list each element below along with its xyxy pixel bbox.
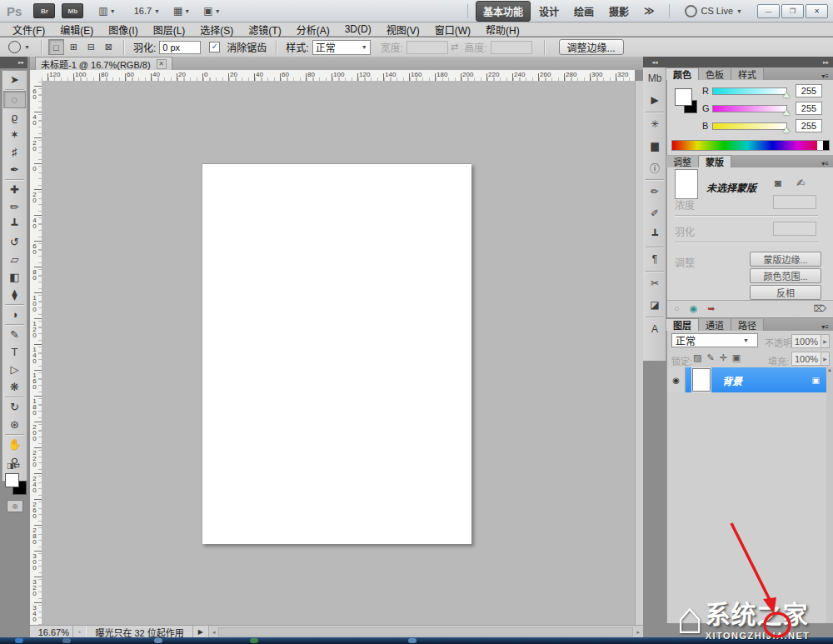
trash-icon[interactable]: ⌦: [813, 303, 826, 314]
pasteboard[interactable]: [42, 81, 635, 625]
brush-presets-panel-icon[interactable]: ✐: [643, 202, 666, 224]
channel-slider[interactable]: [712, 105, 787, 112]
3d-object-rotate-tool[interactable]: ↻: [3, 398, 26, 416]
screen-mode-dropdown-arrow[interactable]: ▼: [215, 8, 221, 14]
channel-slider-thumb[interactable]: [783, 110, 790, 115]
color-tab-样式[interactable]: 样式: [731, 68, 764, 80]
fill-value[interactable]: 100%: [791, 352, 821, 366]
character-panel-icon[interactable]: A: [643, 318, 666, 340]
intersect-selection-button[interactable]: ⊠: [101, 39, 117, 55]
channel-slider[interactable]: [712, 87, 787, 95]
masks-panel-icon[interactable]: ◪: [643, 294, 666, 316]
add-vector-mask-icon[interactable]: ✍: [796, 177, 806, 189]
canvas-document[interactable]: [202, 163, 471, 544]
cs-live-button[interactable]: CS Live ▼: [685, 5, 747, 17]
gradient-tool[interactable]: ◧: [3, 268, 26, 286]
scroll-left-icon[interactable]: ◂: [209, 629, 219, 636]
menu-item-9[interactable]: 视图(V): [379, 22, 427, 37]
layers-tab-通道[interactable]: 通道: [699, 319, 731, 331]
workspace-button[interactable]: 设计: [532, 2, 566, 21]
pen-tool[interactable]: ✎: [3, 326, 26, 343]
paragraph-panel-icon[interactable]: ¶: [643, 248, 666, 270]
disable-mask-icon[interactable]: ➥: [707, 303, 715, 314]
tool-preset-picker[interactable]: ▼: [8, 41, 35, 53]
apply-mask-icon[interactable]: ◉: [690, 303, 698, 314]
hand-tool[interactable]: ✋: [3, 436, 26, 453]
history-brush-tool[interactable]: ↺: [3, 233, 26, 251]
3d-camera-rotate-tool[interactable]: ⊛: [3, 416, 26, 433]
menu-item-6[interactable]: 滤镜(T): [241, 22, 288, 37]
menu-item-3[interactable]: 图像(I): [101, 22, 145, 37]
menu-item-2[interactable]: 编辑(E): [52, 22, 101, 37]
channel-slider-thumb[interactable]: [783, 127, 790, 132]
elliptical-marquee-tool[interactable]: ◌: [3, 91, 26, 108]
menu-item-4[interactable]: 图层(L): [146, 22, 193, 37]
layers-panel-menu-icon[interactable]: ▾≡: [821, 323, 833, 331]
quick-mask-button[interactable]: ◎: [7, 500, 23, 512]
clone-stamp-tool[interactable]: ┻: [3, 216, 26, 233]
info-panel-icon[interactable]: ⓘ: [643, 157, 666, 178]
lasso-tool[interactable]: ϱ: [3, 108, 26, 126]
status-zoom-field[interactable]: 16.67%: [30, 626, 73, 638]
load-selection-icon[interactable]: ○: [674, 303, 680, 314]
opacity-spinner[interactable]: ▶: [821, 334, 830, 348]
menu-item-11[interactable]: 帮助(H): [478, 22, 527, 37]
layer-row-background[interactable]: ◉ 背景 ▣: [667, 367, 826, 392]
menu-item-7[interactable]: 分析(A): [289, 22, 337, 37]
layer-thumbnail[interactable]: [692, 368, 711, 392]
type-tool[interactable]: T: [3, 343, 26, 361]
zoom-dropdown-arrow[interactable]: ▼: [154, 8, 160, 14]
feather-input[interactable]: [159, 41, 201, 54]
refine-edge-button[interactable]: 调整边缘...: [559, 39, 624, 55]
close-button[interactable]: ✕: [806, 4, 828, 18]
color-panel-foreground-swatch[interactable]: [675, 88, 692, 106]
mask-button-1[interactable]: 蒙版边缘...: [750, 252, 821, 267]
layer-visibility-cell[interactable]: ◉: [667, 367, 686, 392]
workspace-button[interactable]: 基本功能: [476, 1, 531, 22]
scroll-right-icon[interactable]: ▸: [633, 629, 643, 636]
opacity-value[interactable]: 100%: [791, 334, 821, 348]
vertical-scrollbar[interactable]: [635, 81, 643, 625]
menu-item-5[interactable]: 选择(S): [192, 22, 241, 37]
channel-slider-thumb[interactable]: [783, 92, 790, 97]
menu-item-1[interactable]: 文件(F): [5, 22, 52, 37]
restore-button[interactable]: ❐: [781, 4, 804, 18]
blur-tool[interactable]: ⧫: [3, 286, 26, 303]
view-extras-dropdown-arrow[interactable]: ▼: [110, 8, 116, 14]
workspace-button[interactable]: 绘画: [567, 2, 601, 21]
dodge-tool[interactable]: ◑: [3, 306, 26, 323]
launch-mini-bridge-button[interactable]: Mb: [62, 3, 83, 18]
mask-tab-调整[interactable]: 调整: [666, 156, 699, 167]
spectrum-black-swatch[interactable]: [823, 141, 829, 150]
mask-thumbnail[interactable]: [675, 169, 698, 199]
toolbar-collapse-bar[interactable]: ▸▸: [0, 57, 27, 68]
zoom-level-field[interactable]: 16.7: [134, 6, 152, 16]
lock-paint-icon[interactable]: ✎: [706, 352, 714, 363]
fill-spinner[interactable]: ▶: [821, 352, 830, 366]
eraser-tool[interactable]: ▱: [3, 251, 26, 268]
minimize-button[interactable]: —: [757, 4, 780, 18]
arrange-documents-icon[interactable]: ▦: [173, 5, 182, 17]
subtract-from-selection-button[interactable]: ⊟: [83, 39, 99, 55]
panel-dock-header[interactable]: ▸▸: [666, 57, 833, 67]
clone-source-panel-icon[interactable]: ┻: [643, 224, 666, 246]
channel-slider[interactable]: [712, 122, 787, 130]
eye-icon[interactable]: ◉: [672, 376, 680, 385]
custom-shape-tool[interactable]: ❋: [3, 378, 26, 396]
brush-tool[interactable]: ✏: [3, 198, 26, 216]
antialias-label[interactable]: 消除锯齿: [227, 40, 267, 54]
layers-tab-图层[interactable]: 图层: [666, 318, 699, 331]
spectrum-white-swatch[interactable]: [817, 141, 823, 150]
color-panel-menu-icon[interactable]: ▾≡: [821, 72, 833, 80]
spot-healing-brush-tool[interactable]: ✚: [3, 181, 26, 198]
add-pixel-mask-icon[interactable]: ◙: [775, 177, 781, 189]
mask-button-2[interactable]: 颜色范围...: [750, 268, 821, 283]
new-selection-button[interactable]: □: [48, 39, 64, 55]
add-to-selection-button[interactable]: ⊞: [66, 39, 82, 55]
path-selection-tool[interactable]: ▷: [3, 361, 26, 378]
blend-mode-select[interactable]: 正常 ▼: [671, 333, 758, 347]
lock-transparency-icon[interactable]: ▨: [693, 352, 701, 363]
tool-presets-panel-icon[interactable]: ✂: [643, 272, 666, 294]
histogram-panel-icon[interactable]: ▆: [643, 135, 666, 157]
tab-close-icon[interactable]: ✕: [157, 59, 167, 69]
